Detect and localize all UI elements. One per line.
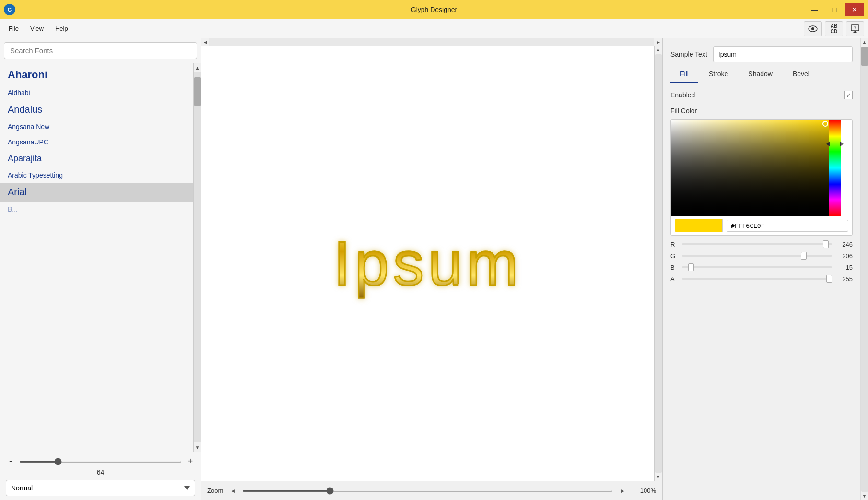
a-label: A	[670, 275, 678, 283]
alpha-bar[interactable]	[841, 120, 852, 216]
sample-text-label: Sample Text	[670, 50, 707, 58]
canvas-right-scroll: ▲ ▼	[654, 46, 662, 481]
g-thumb[interactable]	[801, 252, 807, 260]
zoom-slider[interactable]	[242, 490, 613, 492]
tab-fill[interactable]: Fill	[670, 66, 698, 83]
color-picker-container	[670, 119, 853, 236]
canvas-top-scrollbar: ◀ ▶	[201, 38, 662, 46]
menu-file[interactable]: File	[4, 23, 23, 34]
canvas-scroll-left[interactable]: ◀	[201, 38, 209, 46]
canvas-scroll-down[interactable]: ▼	[655, 473, 662, 481]
maximize-button[interactable]: □	[825, 3, 844, 16]
size-plus-button[interactable]: +	[186, 456, 195, 466]
a-track	[682, 275, 832, 283]
right-scroll-thumb[interactable]	[861, 47, 868, 66]
b-thumb[interactable]	[688, 263, 694, 271]
scroll-down-arrow[interactable]: ▼	[194, 442, 201, 452]
size-value-display: 64	[6, 468, 195, 476]
enabled-checkbox[interactable]: ✓	[844, 91, 853, 99]
r-track	[682, 240, 832, 248]
r-slider-row: R 246	[670, 240, 853, 248]
zoom-right-arrow[interactable]: ▶	[619, 488, 626, 493]
canvas-vscroll-track	[655, 54, 662, 473]
a-slider-row: A 255	[670, 275, 853, 283]
font-item-angsanaupc[interactable]: AngsanaUPC	[0, 134, 193, 150]
left-panel: Aharoni Aldhabi Andalus Angsana New Angs…	[0, 38, 201, 500]
b-track	[682, 263, 832, 271]
svg-text:G: G	[8, 7, 12, 12]
color-swatch[interactable]	[675, 219, 723, 232]
tab-bevel[interactable]: Bevel	[783, 66, 819, 83]
canvas-content[interactable]: Ipsum	[201, 46, 654, 481]
size-minus-button[interactable]: -	[6, 456, 15, 466]
title-bar: G Glyph Designer — □ ✕	[0, 0, 868, 19]
scroll-up-arrow[interactable]: ▲	[194, 63, 201, 72]
scroll-thumb[interactable]	[194, 77, 201, 106]
font-item-aldhabi[interactable]: Aldhabi	[0, 85, 193, 100]
a-value: 255	[836, 275, 853, 283]
canvas-area: ◀ ▶ Ipsum ▲ ▼ Zoom ◀ ▶ 100%	[201, 38, 662, 500]
tabs-row: Fill Stroke Shadow Bevel	[663, 66, 860, 83]
svg-point-3	[811, 27, 814, 30]
r-label: R	[670, 241, 678, 248]
font-item-angsana-new[interactable]: Angsana New	[0, 119, 193, 134]
color-picker-main	[671, 120, 852, 216]
close-button[interactable]: ✕	[845, 3, 864, 16]
font-item-aharoni[interactable]: Aharoni	[0, 65, 193, 85]
menu-help[interactable]: Help	[50, 23, 73, 34]
right-scroll-track	[861, 47, 868, 492]
menu-view[interactable]: View	[25, 23, 48, 34]
g-track	[682, 252, 832, 260]
window-controls: — □ ✕	[805, 3, 864, 16]
search-input[interactable]	[4, 42, 197, 59]
g-label: G	[670, 252, 678, 260]
canvas-bottom-bar: Zoom ◀ ▶ 100%	[201, 481, 662, 500]
main-layout: Aharoni Aldhabi Andalus Angsana New Angs…	[0, 38, 868, 500]
tab-stroke[interactable]: Stroke	[699, 66, 738, 83]
right-scroll-up[interactable]: ▲	[861, 38, 868, 46]
sample-text-input[interactable]	[713, 46, 853, 62]
right-scrollbar: ▲ ▼	[860, 38, 868, 500]
font-list-container: Aharoni Aldhabi Andalus Angsana New Angs…	[0, 63, 201, 452]
font-size-area: - + 64 Normal Bold Italic Bold Italic	[0, 452, 201, 500]
window-title: Glyph Designer	[411, 6, 457, 13]
svg-text:字: 字	[854, 26, 856, 29]
ab-cd-icon[interactable]: ABCD	[825, 21, 843, 36]
font-item-andalus[interactable]: Andalus	[0, 100, 193, 119]
color-gradient[interactable]	[671, 120, 829, 216]
font-item-next[interactable]: B...	[0, 202, 193, 217]
font-item-aparajita[interactable]: Aparajita	[0, 150, 193, 167]
tab-shadow[interactable]: Shadow	[739, 66, 782, 83]
fill-color-label: Fill Color	[670, 107, 853, 115]
canvas-text: Ipsum	[333, 227, 522, 299]
b-label: B	[670, 264, 678, 271]
export-icon[interactable]: 字	[846, 21, 864, 36]
zoom-left-arrow[interactable]: ◀	[229, 488, 236, 493]
hex-input[interactable]	[727, 220, 848, 232]
r-thumb[interactable]	[823, 240, 829, 248]
menu-toolbar-icons: ABCD 字	[804, 21, 864, 36]
enabled-row: Enabled ✓	[670, 91, 853, 99]
preview-icon[interactable]	[804, 21, 822, 36]
title-bar-left: G	[4, 4, 15, 15]
r-value: 246	[836, 241, 853, 248]
sample-text-row: Sample Text	[663, 38, 860, 66]
b-slider-row: B 15	[670, 263, 853, 271]
size-slider-row: - +	[6, 456, 195, 466]
right-scroll-down[interactable]: ▼	[861, 492, 868, 500]
size-slider[interactable]	[19, 461, 182, 463]
canvas-main: Ipsum ▲ ▼	[201, 46, 662, 481]
a-thumb[interactable]	[826, 275, 832, 283]
style-dropdown[interactable]: Normal Bold Italic Bold Italic	[6, 480, 195, 496]
minimize-button[interactable]: —	[805, 3, 824, 16]
b-value: 15	[836, 264, 853, 271]
font-item-arial[interactable]: Arial	[0, 183, 193, 202]
panel-content: Enabled ✓ Fill Color	[663, 83, 860, 294]
hue-bar[interactable]	[829, 120, 841, 216]
canvas-scroll-right[interactable]: ▶	[654, 38, 662, 46]
enabled-label: Enabled	[670, 91, 695, 99]
font-item-arabic-typesetting[interactable]: Arabic Typesetting	[0, 167, 193, 183]
right-panel-outer: Sample Text Fill Stroke Shadow Bevel Ena…	[662, 38, 868, 500]
zoom-value-display: 100%	[632, 487, 656, 494]
canvas-scroll-up[interactable]: ▲	[655, 46, 662, 54]
